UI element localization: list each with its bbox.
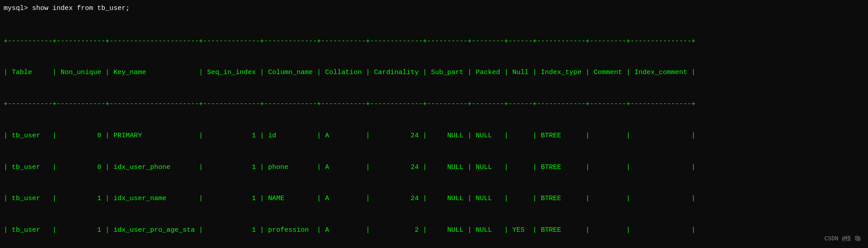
table-row-4: | tb_user | 1 | idx_user_pro_age_sta | 1…: [4, 225, 864, 235]
watermark: CSDN @怪 咖: [824, 234, 861, 243]
table-row-3: | tb_user | 1 | idx_user_name | 1 | NAME…: [4, 193, 864, 204]
separator-mid: +-----------+------------+--------------…: [4, 99, 864, 109]
table-container: +-----------+------------+--------------…: [4, 15, 864, 248]
terminal-window: mysql> show index from tb_user; +-------…: [0, 0, 868, 248]
header-row: | Table | Non_unique | Key_name | Seq_in…: [4, 67, 864, 78]
table-row-1: | tb_user | 0 | PRIMARY | 1 | id | A | 2…: [4, 131, 864, 141]
separator-top: +-----------+------------+--------------…: [4, 36, 864, 47]
command-line: mysql> show index from tb_user;: [4, 5, 864, 12]
table-row-2: | tb_user | 0 | idx_user_phone | 1 | pho…: [4, 162, 864, 173]
